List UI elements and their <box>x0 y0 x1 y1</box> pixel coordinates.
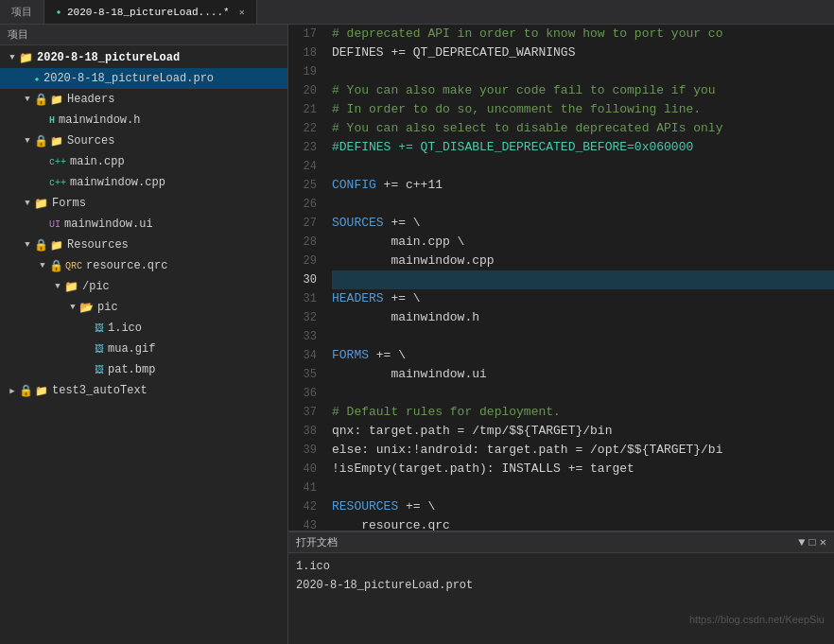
sidebar-tree[interactable]: 📁 2020-8-18_pictureLoad ⬥ 2020-8-18_pict… <box>0 45 287 644</box>
line-numbers: 17 18 19 20 21 22 23 24 25 26 27 28 29 3… <box>288 25 324 531</box>
ln-42: 42 <box>288 497 317 516</box>
panel-minimize-icon[interactable]: ▼ <box>798 536 805 549</box>
mainwindow-cpp-label: mainwindow.cpp <box>70 176 165 189</box>
muagif-label: mua.gif <box>108 342 155 356</box>
arrow-resource-qrc <box>38 261 47 270</box>
sidebar: 项目 📁 2020-8-18_pictureLoad ⬥ 2020-8-18_p… <box>0 25 288 644</box>
code-line-39: else: unix:!android: target.path = /opt/… <box>332 441 834 460</box>
panel-maximize-icon[interactable]: □ <box>809 536 816 549</box>
sidebar-item-mainwindow-cpp[interactable]: c++ mainwindow.cpp <box>0 172 287 193</box>
arrow-forms <box>23 199 32 208</box>
sidebar-item-test3-auto[interactable]: 🔒 📁 test3_autoText <box>0 380 287 401</box>
editor-area: 17 18 19 20 21 22 23 24 25 26 27 28 29 3… <box>288 25 834 531</box>
1ico-label: 1.ico <box>108 322 142 335</box>
pic-folder-label: /pic <box>82 280 110 293</box>
img-icon-patbmp: 🖼 <box>95 364 104 375</box>
forms-label: Forms <box>52 197 86 210</box>
ln-21: 21 <box>288 100 317 119</box>
ln-31: 31 <box>288 289 317 308</box>
tab-pro-file[interactable]: ⬥ 2020-8-18_pictureLoad....* ✕ <box>44 0 257 24</box>
code-line-19 <box>332 62 834 81</box>
sidebar-header-label: 项目 <box>8 27 28 42</box>
ln-26: 26 <box>288 195 317 214</box>
ln-36: 36 <box>288 384 317 403</box>
tab-project[interactable]: 项目 <box>0 0 44 24</box>
sidebar-item-pro-file[interactable]: ⬥ 2020-8-18_pictureLoad.pro <box>0 68 287 89</box>
bottom-file-1[interactable]: 1.ico <box>296 557 826 576</box>
sidebar-item-mainwindow-ui[interactable]: UI mainwindow.ui <box>0 214 287 235</box>
sources-label: Sources <box>67 134 114 148</box>
code-line-43: resource.qrc <box>332 516 834 531</box>
sidebar-item-mainwindow-h[interactable]: H mainwindow.h <box>0 110 287 131</box>
ln-32: 32 <box>288 308 317 327</box>
bottom-file-2[interactable]: 2020-8-18_pictureLoad.prot <box>296 576 826 595</box>
lock-folder-sources-icon: 🔒 <box>34 134 48 148</box>
code-line-29: mainwindow.cpp <box>332 252 834 270</box>
ln-24: 24 <box>288 157 317 176</box>
code-line-23: #DEFINES += QT_DISABLE_DEPRECATED_BEFORE… <box>332 138 834 157</box>
code-line-38: qnx: target.path = /tmp/$${TARGET}/bin <box>332 422 834 441</box>
sidebar-header: 项目 <box>0 25 287 45</box>
ln-39: 39 <box>288 441 317 460</box>
sidebar-item-sources[interactable]: 🔒 📁 Sources <box>0 131 287 151</box>
mainwindow-ui-label: mainwindow.ui <box>64 218 153 231</box>
ln-34: 34 <box>288 346 317 365</box>
code-line-28: main.cpp \ <box>332 233 834 252</box>
h-icon: H <box>49 115 55 126</box>
bottom-panel: 打开文档 ▼ □ ✕ 1.ico 2020-8-18_pictureLoad.p… <box>288 531 834 644</box>
lock-folder-headers-icon: 🔒 <box>34 93 48 107</box>
ln-30: 30 <box>288 270 317 289</box>
ln-25: 25 <box>288 176 317 195</box>
bottom-content: 1.ico 2020-8-18_pictureLoad.prot <box>288 553 834 644</box>
folder-icon-sources: 📁 <box>50 135 63 148</box>
lock-icon-test3: 🔒 <box>19 384 33 398</box>
ln-17: 17 <box>288 25 317 44</box>
ln-33: 33 <box>288 327 317 346</box>
sidebar-item-headers[interactable]: 🔒 📁 Headers <box>0 89 287 110</box>
pro-file-label: 2020-8-18_pictureLoad.pro <box>43 72 214 85</box>
arrow-sources <box>23 136 32 146</box>
test3-auto-label: test3_autoText <box>52 384 148 397</box>
watermark: https://blog.csdn.net/KeepSiu <box>689 614 825 625</box>
sidebar-item-resources[interactable]: 🔒 📁 Resources <box>0 235 287 255</box>
code-line-26 <box>332 195 834 214</box>
sidebar-item-resource-qrc[interactable]: 🔒 QRC resource.qrc <box>0 255 287 276</box>
code-line-31: HEADERS += \ <box>332 289 834 308</box>
bottom-file-2-label: 2020-8-18_pictureLoad.prot <box>296 579 473 592</box>
folder-icon-test3: 📁 <box>35 385 48 397</box>
panel-close-icon[interactable]: ✕ <box>820 535 826 549</box>
pro-icon: ⬥ <box>34 74 40 84</box>
sidebar-item-muagif[interactable]: 🖼 mua.gif <box>0 339 287 359</box>
ln-20: 20 <box>288 81 317 100</box>
code-content[interactable]: # deprecated API in order to know how to… <box>324 25 834 531</box>
cpp-icon-mainwindow: c++ <box>49 178 66 188</box>
code-view: 17 18 19 20 21 22 23 24 25 26 27 28 29 3… <box>288 25 834 531</box>
arrow-headers <box>23 95 32 104</box>
sidebar-item-forms[interactable]: 📁 Forms <box>0 193 287 214</box>
pic-subfolder-label: pic <box>97 301 118 314</box>
code-line-41 <box>332 479 834 497</box>
lock-icon-resources: 🔒 <box>34 238 48 252</box>
folder-icon-forms: 📁 <box>34 197 48 211</box>
ln-41: 41 <box>288 479 317 497</box>
sidebar-item-pic-folder[interactable]: 📁 /pic <box>0 276 287 297</box>
qrc-icon: QRC <box>65 261 82 271</box>
code-line-42: RESOURCES += \ <box>332 497 834 516</box>
ln-37: 37 <box>288 403 317 422</box>
bottom-panel-title: 打开文档 <box>296 535 338 549</box>
arrow-pic-folder <box>53 282 62 291</box>
code-line-27: SOURCES += \ <box>332 214 834 233</box>
sidebar-item-patbmp[interactable]: 🖼 pat.bmp <box>0 359 287 380</box>
bottom-panel-header: 打开文档 ▼ □ ✕ <box>288 532 834 553</box>
code-line-24 <box>332 157 834 176</box>
sidebar-item-root-project[interactable]: 📁 2020-8-18_pictureLoad <box>0 47 287 68</box>
root-project-label: 2020-8-18_pictureLoad <box>37 51 180 64</box>
tab-close-button[interactable]: ✕ <box>239 7 245 18</box>
code-line-20: # You can also make your code fail to co… <box>332 81 834 100</box>
sidebar-item-1ico[interactable]: 🖼 1.ico <box>0 318 287 339</box>
sidebar-item-main-cpp[interactable]: c++ main.cpp <box>0 151 287 172</box>
folder-icon-resources: 📁 <box>50 239 63 252</box>
ln-23: 23 <box>288 138 317 157</box>
sidebar-item-pic-subfolder[interactable]: 📂 pic <box>0 297 287 318</box>
img-icon-muagif: 🖼 <box>95 343 104 355</box>
